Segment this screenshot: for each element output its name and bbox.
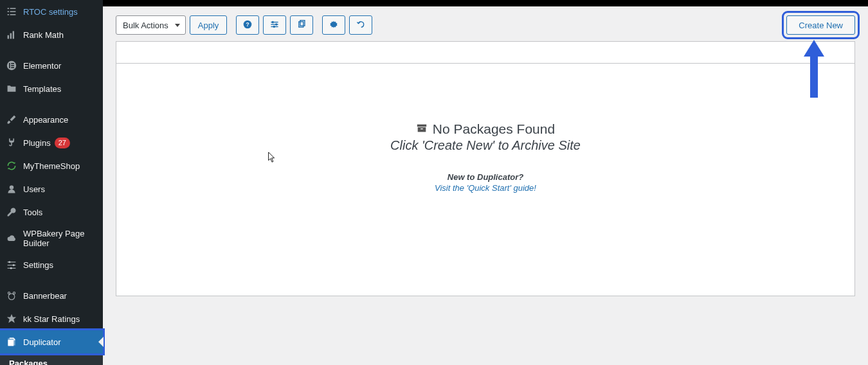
svg-rect-2 bbox=[8, 11, 9, 12]
sidebar-item-label: Elementor bbox=[23, 61, 61, 71]
sidebar-item-label: RTOC settings bbox=[23, 7, 78, 17]
plugin-update-count: 27 bbox=[55, 138, 70, 148]
undo-button[interactable] bbox=[349, 15, 372, 35]
svg-rect-34 bbox=[300, 20, 305, 25]
sidebar-item-label: Duplicator bbox=[23, 337, 61, 347]
sidebar-item-label: MyThemeShop bbox=[23, 161, 80, 171]
gear-icon bbox=[329, 20, 338, 31]
svg-rect-36 bbox=[418, 127, 426, 132]
toolbar-icon-group-1: ? bbox=[236, 15, 313, 35]
list-icon bbox=[5, 5, 18, 18]
svg-text:?: ? bbox=[246, 21, 249, 27]
copy-icon bbox=[297, 20, 306, 31]
svg-rect-24 bbox=[8, 340, 14, 346]
sidebar-item-bannerbear[interactable]: Bannerbear bbox=[0, 284, 103, 307]
svg-rect-8 bbox=[13, 31, 14, 39]
create-new-label: Create New bbox=[799, 21, 843, 30]
sidebar-item-wpbakery[interactable]: WPBakery Page Builder bbox=[0, 224, 103, 253]
sidebar-item-label: Tools bbox=[23, 208, 42, 217]
duplicator-icon bbox=[5, 335, 18, 348]
quick-start-link[interactable]: Visit the 'Quick Start' guide! bbox=[129, 183, 842, 193]
wrench-icon bbox=[5, 206, 18, 218]
empty-state: No Packages Found Click 'Create New' to … bbox=[116, 64, 854, 296]
empty-subtext: Click 'Create New' to Archive Site bbox=[129, 138, 842, 153]
empty-heading: No Packages Found bbox=[416, 121, 555, 137]
plug-icon bbox=[5, 136, 18, 149]
svg-rect-10 bbox=[9, 63, 10, 68]
svg-point-32 bbox=[274, 26, 275, 27]
sidebar-item-mythemeshop[interactable]: MyThemeShop bbox=[0, 154, 103, 177]
create-new-button[interactable]: Create New bbox=[786, 15, 855, 35]
sidebar-item-appearance[interactable]: Appearance bbox=[0, 108, 103, 131]
sidebar-item-elementor[interactable]: Elementor bbox=[0, 54, 103, 77]
sidebar-item-label: Users bbox=[23, 184, 45, 194]
sidebar-item-label: Rank Math bbox=[23, 30, 64, 40]
svg-point-14 bbox=[10, 185, 14, 189]
sidebar-item-label: Bannerbear bbox=[23, 291, 67, 301]
main-content: Bulk Actions Apply ? bbox=[103, 0, 868, 365]
gear-button[interactable] bbox=[322, 15, 345, 35]
user-icon bbox=[5, 182, 18, 195]
elementor-icon bbox=[5, 59, 18, 72]
sidebar-item-label: Settings bbox=[23, 260, 53, 270]
packages-table-header bbox=[116, 42, 854, 64]
svg-point-23 bbox=[8, 294, 15, 300]
svg-rect-3 bbox=[10, 11, 16, 12]
bear-icon bbox=[5, 289, 18, 302]
help-button[interactable]: ? bbox=[236, 15, 259, 35]
sidebar-item-plugins[interactable]: Plugins 27 bbox=[0, 131, 103, 154]
svg-point-31 bbox=[276, 23, 277, 24]
top-banner bbox=[103, 0, 868, 6]
sidebar-item-users[interactable]: Users bbox=[0, 177, 103, 200]
sliders-icon bbox=[5, 258, 18, 271]
bulk-actions-select[interactable]: Bulk Actions bbox=[116, 15, 186, 35]
svg-point-30 bbox=[273, 21, 274, 22]
star-icon bbox=[5, 312, 18, 325]
apply-button[interactable]: Apply bbox=[190, 15, 228, 35]
copy-button[interactable] bbox=[290, 15, 313, 35]
sidebar-item-label: Appearance bbox=[23, 115, 68, 125]
sidebar-item-label: Templates bbox=[23, 84, 61, 94]
toolbar-icon-group-2 bbox=[322, 15, 372, 35]
sidebar-item-tools[interactable]: Tools bbox=[0, 200, 103, 224]
sidebar-item-kkstar[interactable]: kk Star Ratings bbox=[0, 307, 103, 330]
refresh-icon bbox=[5, 159, 18, 172]
svg-rect-37 bbox=[420, 129, 423, 129]
svg-rect-12 bbox=[11, 65, 14, 66]
svg-rect-7 bbox=[10, 33, 12, 39]
folder-icon bbox=[5, 82, 18, 95]
archive-icon bbox=[416, 121, 428, 137]
svg-point-18 bbox=[13, 264, 15, 266]
svg-rect-4 bbox=[8, 14, 9, 15]
toolbar: Bulk Actions Apply ? bbox=[103, 6, 868, 41]
svg-rect-13 bbox=[11, 67, 14, 68]
sidebar-item-duplicator[interactable]: Duplicator bbox=[0, 330, 103, 353]
sidebar-item-templates[interactable]: Templates bbox=[0, 77, 103, 100]
sliders-icon bbox=[270, 20, 279, 31]
svg-point-20 bbox=[10, 267, 12, 269]
svg-rect-35 bbox=[417, 125, 426, 127]
sidebar-item-rankmath[interactable]: Rank Math bbox=[0, 23, 103, 46]
svg-rect-11 bbox=[11, 63, 14, 64]
sidebar-item-label: WPBakery Page Builder bbox=[23, 229, 98, 248]
bulk-actions-label: Bulk Actions bbox=[123, 21, 168, 30]
svg-rect-6 bbox=[8, 35, 9, 39]
svg-rect-5 bbox=[10, 14, 16, 15]
apply-label: Apply bbox=[198, 21, 219, 30]
empty-small-text: New to Duplicator? bbox=[129, 172, 842, 182]
empty-heading-text: No Packages Found bbox=[433, 121, 555, 137]
chart-icon bbox=[5, 28, 18, 41]
sidebar-item-label: Plugins bbox=[23, 138, 51, 148]
admin-sidebar: RTOC settings Rank Math Elementor Templa… bbox=[0, 0, 103, 365]
settings-button[interactable] bbox=[263, 15, 286, 35]
question-icon: ? bbox=[243, 20, 252, 31]
brush-icon bbox=[5, 113, 18, 126]
sidebar-item-rtoc[interactable]: RTOC settings bbox=[0, 0, 103, 23]
packages-panel: No Packages Found Click 'Create New' to … bbox=[116, 41, 855, 296]
svg-rect-0 bbox=[8, 8, 9, 9]
sidebar-item-label: kk Star Ratings bbox=[23, 314, 80, 324]
sidebar-subitem-packages[interactable]: Packages bbox=[0, 353, 103, 365]
sidebar-subitem-label: Packages bbox=[9, 359, 48, 365]
sidebar-item-settings[interactable]: Settings bbox=[0, 253, 103, 276]
svg-rect-33 bbox=[299, 21, 303, 26]
